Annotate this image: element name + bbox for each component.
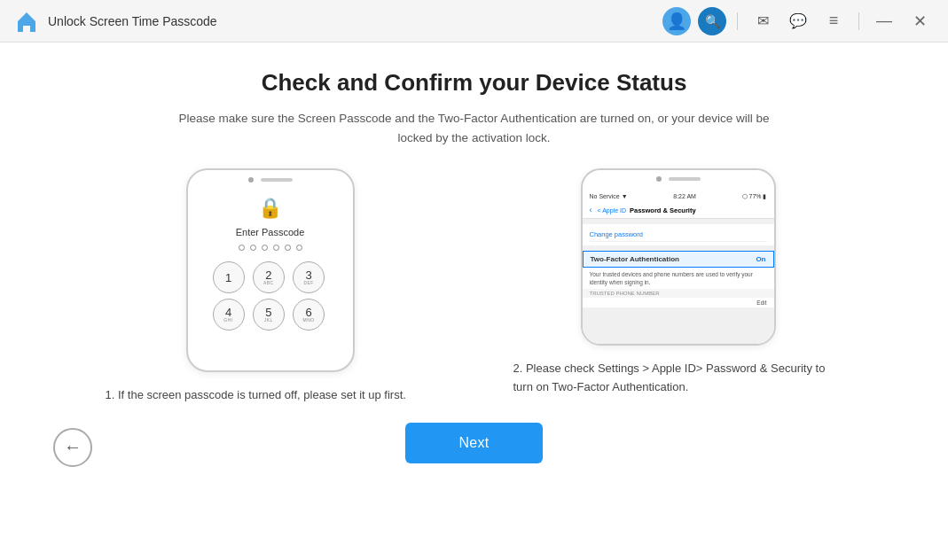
key-2: 2 ABC	[253, 261, 285, 293]
close-icon: ✕	[913, 12, 927, 31]
dot-4	[273, 245, 279, 251]
right-illustration-col: No Service ▼ 8:22 AM ⬡ 77% ▮ ‹ < Apple I…	[510, 168, 847, 397]
nav-title: Password & Security	[630, 206, 696, 214]
dot-3	[262, 245, 268, 251]
phone-mockup-2: No Service ▼ 8:22 AM ⬡ 77% ▮ ‹ < Apple I…	[581, 168, 776, 346]
two-factor-status: On	[756, 255, 765, 263]
illustrations-row: 🔒 Enter Passcode 1	[93, 168, 856, 405]
minimize-btn[interactable]: —	[870, 7, 898, 35]
mail-icon: ✉	[757, 12, 769, 29]
back-arrow-icon: ‹	[590, 206, 592, 214]
dot-6	[296, 245, 302, 251]
settings-screen: No Service ▼ 8:22 AM ⬡ 77% ▮ ‹ < Apple I…	[583, 191, 774, 344]
user-icon-btn[interactable]: 👤	[662, 7, 691, 35]
trusted-phone-label: TRUSTED PHONE NUMBER	[583, 289, 774, 298]
phone-speaker-bar	[261, 178, 293, 182]
left-illustration-col: 🔒 Enter Passcode 1	[102, 168, 439, 405]
bottom-section: Next ←	[35, 414, 913, 472]
separator	[737, 12, 738, 30]
status-bar: No Service ▼ 8:22 AM ⬡ 77% ▮	[583, 191, 774, 202]
status-center: 8:22 AM	[673, 193, 696, 200]
page-subtitle: Please make sure the Screen Passcode and…	[173, 109, 776, 147]
lock-icon: 🔒	[258, 197, 282, 220]
nav-back-label: < Apple ID	[598, 207, 627, 214]
keypad: 1 2 ABC 3 DEF 4 GHI	[213, 261, 328, 331]
phone-camera	[248, 177, 254, 183]
home-icon	[14, 9, 39, 34]
search-icon-btn[interactable]: 🔍	[698, 7, 726, 35]
back-button[interactable]: ←	[53, 428, 92, 467]
two-factor-description: Your trusted devices and phone numbers a…	[583, 268, 774, 289]
key-4: 4 GHI	[213, 299, 245, 331]
passcode-dots	[239, 245, 302, 251]
nav-bar: ‹ < Apple ID Password & Security	[583, 202, 774, 219]
description-1: 1. If the screen passcode is turned off,…	[102, 386, 439, 405]
main-content: Check and Confirm your Device Status Ple…	[0, 43, 948, 560]
dot-1	[239, 245, 245, 251]
phone-speaker-1	[248, 177, 293, 183]
key-3: 3 DEF	[293, 261, 325, 293]
enter-passcode-label: Enter Passcode	[236, 227, 305, 237]
title-bar: Unlock Screen Time Passcode 👤 🔍 ✉ 💬 ≡ — …	[0, 0, 948, 43]
app-title: Unlock Screen Time Passcode	[48, 14, 217, 28]
key-1: 1	[213, 261, 245, 293]
edit-row: Edit	[583, 298, 774, 307]
next-button[interactable]: Next	[405, 423, 542, 463]
title-bar-left: Unlock Screen Time Passcode	[14, 9, 662, 34]
close-btn[interactable]: ✕	[905, 7, 934, 35]
key-6: 6 MNO	[293, 299, 325, 331]
phone-camera-2	[656, 176, 662, 182]
dot-2	[250, 245, 256, 251]
mail-btn[interactable]: ✉	[748, 7, 777, 35]
dot-5	[285, 245, 291, 251]
user-icon: 👤	[667, 12, 686, 31]
page-title: Check and Confirm your Device Status	[262, 69, 687, 97]
description-2: 2. Please check Settings > Apple ID> Pas…	[510, 360, 847, 397]
search-icon: 🔍	[705, 14, 720, 28]
status-right: ⬡ 77% ▮	[742, 193, 767, 200]
status-left: No Service ▼	[590, 193, 628, 200]
phone-speaker-bar-2	[669, 177, 701, 181]
two-factor-label: Two-Factor Authentication	[591, 255, 679, 263]
title-bar-right: 👤 🔍 ✉ 💬 ≡ — ✕	[662, 7, 934, 35]
menu-btn[interactable]: ≡	[819, 7, 848, 35]
phone-speaker-2	[656, 176, 701, 182]
separator2	[858, 12, 859, 30]
edit-label: Edit	[756, 299, 766, 306]
phone-mockup-1: 🔒 Enter Passcode 1	[186, 168, 355, 372]
minimize-icon: —	[876, 12, 892, 30]
phone-screen-1: 🔒 Enter Passcode 1	[195, 181, 346, 363]
settings-section-1: Change password	[583, 224, 774, 245]
chat-icon: 💬	[789, 12, 807, 29]
two-factor-row: Two-Factor Authentication On	[583, 251, 774, 268]
chat-btn[interactable]: 💬	[784, 7, 812, 35]
menu-icon: ≡	[829, 12, 839, 30]
key-5: 5 JKL	[253, 299, 285, 331]
back-arrow-icon: ←	[64, 437, 82, 457]
change-password-item: Change password	[590, 228, 767, 242]
